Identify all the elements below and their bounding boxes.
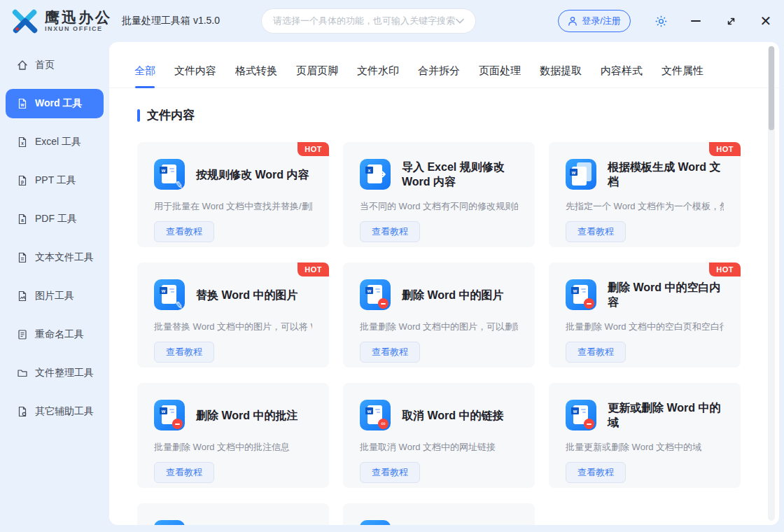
tab-content-style[interactable]: 内容样式 — [601, 64, 643, 78]
word-field-update-icon: w — [566, 400, 596, 430]
tab-header-footer[interactable]: 页眉页脚 — [296, 64, 338, 78]
tool-card-modify-word-by-rule[interactable]: HOT w ✎ 按规则修改 Word 内容 用于批量在 Word 文档中查找并替… — [137, 142, 329, 247]
settings-button[interactable] — [652, 13, 669, 29]
tab-page-process[interactable]: 页面处理 — [479, 64, 521, 78]
search-placeholder: 请选择一个具体的功能，也可输入关键字搜索！ — [273, 15, 456, 27]
maximize-button[interactable] — [722, 13, 739, 29]
tab-file-content[interactable]: 文件内容 — [174, 64, 216, 78]
login-label: 登录/注册 — [582, 15, 621, 27]
view-tutorial-button[interactable]: 查看教程 — [360, 342, 420, 363]
pdf-doc-icon: a — [17, 214, 28, 225]
sidebar-item-label: 文件整理工具 — [35, 367, 94, 379]
section-header: 文件内容 — [137, 107, 779, 123]
word-template-icon: w — [566, 159, 596, 190]
card-title: 按规则修改 Word 内容 — [196, 167, 309, 182]
sidebar-item-word-tools[interactable]: w Word 工具 — [6, 89, 104, 118]
text-file-icon — [17, 252, 28, 263]
card-description: 批量删除 Word 文档中的空白页和空白行。 — [566, 321, 724, 333]
svg-text:w: w — [20, 102, 24, 107]
sidebar-item-label: 文本文件工具 — [35, 251, 94, 264]
tool-card-generate-word-from-template[interactable]: HOT w 根据模板生成 Word 文档 先指定一个 Word 文档作为一个模板… — [549, 142, 741, 247]
view-tutorial-button[interactable]: 查看教程 — [154, 462, 214, 483]
card-title: 取消 Word 中的链接 — [402, 408, 503, 423]
sidebar-item-text-file-tools[interactable]: 文本文件工具 — [6, 243, 104, 272]
sidebar-item-file-organize-tools[interactable]: 文件整理工具 — [6, 358, 104, 388]
sidebar-item-label: 图片工具 — [35, 290, 74, 302]
sidebar-item-image-tools[interactable]: 图片工具 — [6, 281, 104, 311]
word-comment-delete-icon: w — [154, 400, 185, 430]
word-link-cancel-icon: w ∞ — [360, 400, 391, 430]
folder-icon — [17, 368, 28, 379]
minimize-icon — [691, 20, 701, 22]
svg-text:p: p — [21, 179, 24, 185]
card-title: 替换 Word 中的图片 — [196, 288, 298, 302]
view-tutorial-button[interactable]: 查看教程 — [566, 342, 626, 363]
excel-doc-icon: x — [17, 136, 28, 148]
sidebar-item-home[interactable]: 首页 — [6, 50, 104, 80]
tab-watermark[interactable]: 文件水印 — [357, 64, 399, 78]
sidebar-item-rename-tools[interactable]: 重命名工具 — [6, 320, 104, 349]
view-tutorial-button[interactable]: 查看教程 — [154, 221, 214, 242]
hot-badge: HOT — [709, 262, 741, 276]
gear-icon — [654, 15, 668, 28]
tab-data-extract[interactable]: 数据提取 — [540, 64, 582, 78]
chevron-down-icon — [456, 18, 464, 24]
login-register-button[interactable]: 登录/注册 — [558, 10, 631, 32]
tool-card-update-delete-word-fields[interactable]: w 更新或删除 Word 中的域 批量更新或删除 Word 文档中的域 查看教程 — [549, 383, 741, 488]
card-title: 删除 Word 中的批注 — [196, 408, 298, 423]
card-description: 用于批量在 Word 文档中查找并替换/删除... — [154, 200, 312, 213]
sidebar-item-label: 首页 — [35, 59, 55, 71]
card-description: 批量删除 Word 文档中的图片，可以删除... — [360, 321, 518, 333]
card-title: 更新或删除 Word 中的域 — [608, 400, 724, 430]
svg-text:x: x — [21, 141, 24, 146]
rename-list-icon — [17, 329, 28, 340]
view-tutorial-button[interactable]: 查看教程 — [566, 462, 626, 483]
view-tutorial-button[interactable]: 查看教程 — [360, 462, 420, 483]
tool-card-partial[interactable]: w — [343, 503, 535, 525]
tool-card-grid: HOT w ✎ 按规则修改 Word 内容 用于批量在 Word 文档中查找并替… — [137, 142, 779, 525]
word-image-delete-icon: w — [360, 279, 391, 310]
tab-format-convert[interactable]: 格式转换 — [235, 64, 277, 78]
tool-card-import-excel-rules[interactable]: x 导入 Excel 规则修改 Word 内容 当不同的 Word 文档有不同的… — [343, 142, 535, 247]
sidebar-item-label: 其它辅助工具 — [35, 405, 94, 418]
sidebar-item-ppt-tools[interactable]: p PPT 工具 — [6, 166, 104, 195]
hot-badge: HOT — [298, 262, 329, 276]
card-title: 根据模板生成 Word 文档 — [608, 160, 724, 189]
tab-merge-split[interactable]: 合并拆分 — [418, 64, 460, 78]
tool-card-partial[interactable]: w — [137, 503, 329, 525]
sidebar-item-label: 重命名工具 — [35, 328, 84, 341]
card-title: 删除 Word 中的空白内容 — [608, 280, 724, 309]
tab-file-property[interactable]: 文件属性 — [662, 64, 704, 78]
card-description: 批量更新或删除 Word 文档中的域 — [566, 441, 724, 454]
user-icon — [568, 16, 578, 26]
word-doc-icon: w — [17, 98, 28, 109]
logo-subtitle: INXUN OFFICE — [45, 25, 112, 32]
sidebar-item-excel-tools[interactable]: x Excel 工具 — [6, 127, 104, 157]
sidebar-item-pdf-tools[interactable]: a PDF 工具 — [6, 204, 104, 234]
tool-card-delete-word-images[interactable]: w 删除 Word 中的图片 批量删除 Word 文档中的图片，可以删除... … — [343, 262, 535, 368]
section-title: 文件内容 — [147, 107, 195, 123]
card-description: 批量删除 Word 文档中的批注信息 — [154, 441, 312, 454]
close-button[interactable]: ✕ — [757, 13, 774, 29]
sidebar-item-other-tools[interactable]: 其它辅助工具 — [6, 397, 104, 426]
view-tutorial-button[interactable]: 查看教程 — [154, 342, 214, 363]
tool-card-delete-word-comments[interactable]: w 删除 Word 中的批注 批量删除 Word 文档中的批注信息 查看教程 — [137, 383, 329, 488]
category-tabs: 全部 文件内容 格式转换 页眉页脚 文件水印 合并拆分 页面处理 数据提取 内容… — [109, 42, 779, 88]
sidebar-item-label: PDF 工具 — [35, 213, 77, 225]
tool-card-delete-word-blank-content[interactable]: HOT w 删除 Word 中的空白内容 批量删除 Word 文档中的空白页和空… — [549, 262, 741, 368]
word-tool-icon: w — [360, 520, 391, 525]
view-tutorial-button[interactable]: 查看教程 — [566, 221, 626, 242]
tab-all[interactable]: 全部 — [134, 64, 155, 78]
view-tutorial-button[interactable]: 查看教程 — [360, 221, 420, 242]
word-tool-icon: w — [154, 520, 185, 525]
scrollbar-track[interactable] — [768, 46, 775, 521]
logo-title: 鹰迅办公 — [45, 10, 112, 25]
scrollbar-thumb[interactable] — [769, 46, 774, 130]
tool-card-cancel-word-links[interactable]: w ∞ 取消 Word 中的链接 批量取消 Word 文档中的网址链接 查看教程 — [343, 383, 535, 488]
minimize-button[interactable] — [687, 13, 704, 29]
excel-import-icon: x — [360, 159, 391, 190]
hot-badge: HOT — [709, 142, 741, 156]
other-tools-icon — [17, 406, 28, 417]
function-search-select[interactable]: 请选择一个具体的功能，也可输入关键字搜索！ — [261, 8, 476, 34]
tool-card-replace-word-images[interactable]: HOT w ✎ 替换 Word 中的图片 批量替换 Word 文档中的图片，可以… — [137, 262, 329, 368]
